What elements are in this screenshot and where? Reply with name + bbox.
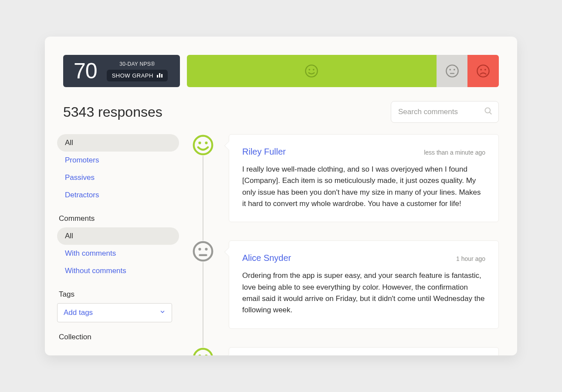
svg-point-16 [198, 248, 201, 250]
sentiment-distribution-bar [187, 55, 499, 87]
svg-point-9 [484, 69, 486, 71]
detractors-segment[interactable] [467, 55, 499, 87]
frown-face-icon [476, 64, 490, 78]
tags-select[interactable]: Add tags [57, 303, 172, 322]
tags-filter-group: Tags Add tags [57, 290, 179, 322]
filter-segment-passives[interactable]: Passives [57, 169, 179, 186]
svg-point-12 [194, 136, 213, 155]
bar-chart-icon [157, 73, 163, 78]
sentiment-badge-passive [192, 240, 214, 262]
comment-card[interactable]: Luke Jordan 1 hour ago [229, 347, 499, 355]
subheader-row: 5343 responses [45, 87, 517, 123]
comment-body: Ordering from the app is super easy, and… [242, 270, 485, 316]
filter-segment-detractors[interactable]: Detractors [57, 186, 179, 204]
nps-label: 30-DAY NPS® [107, 61, 168, 67]
comment-time: 1 hour ago [456, 255, 485, 262]
comment-card[interactable]: Riley Fuller less than a minute ago I re… [229, 134, 499, 222]
svg-point-5 [454, 69, 455, 71]
svg-point-4 [449, 69, 451, 71]
tags-select-placeholder: Add tags [64, 308, 93, 317]
svg-point-1 [309, 69, 311, 71]
promoters-segment[interactable] [187, 55, 437, 87]
filter-comments-with[interactable]: With comments [57, 245, 179, 262]
smile-face-icon [192, 134, 214, 156]
dashboard-card: 70 30-DAY NPS® SHOW GRAPH 5343 responses [45, 37, 517, 355]
responses-count: 5343 responses [63, 104, 163, 120]
comments-feed: Riley Fuller less than a minute ago I re… [188, 134, 499, 355]
svg-point-17 [205, 248, 207, 250]
svg-point-21 [205, 355, 207, 355]
collection-filter-group: Collection [57, 333, 179, 346]
segment-filter-group: All Promoters Passives Detractors [57, 134, 179, 204]
filter-comments-all[interactable]: All [57, 227, 179, 245]
filter-comments-without[interactable]: Without comments [57, 262, 179, 280]
feed-item: Luke Jordan 1 hour ago [188, 347, 499, 355]
commenter-name: Riley Fuller [242, 147, 286, 157]
svg-point-0 [306, 65, 318, 77]
chevron-down-icon [159, 308, 166, 317]
neutral-face-icon [445, 64, 459, 78]
sentiment-badge-promoter [192, 347, 214, 355]
comment-card[interactable]: Alice Snyder 1 hour ago Ordering from th… [229, 240, 499, 328]
filter-segment-all[interactable]: All [57, 134, 179, 152]
search-input[interactable] [391, 101, 499, 123]
filters-sidebar: All Promoters Passives Detractors Commen… [57, 134, 179, 355]
smile-face-icon [305, 64, 318, 78]
passives-segment[interactable] [437, 55, 468, 87]
comment-time: less than a minute ago [424, 149, 485, 156]
svg-point-3 [446, 65, 458, 77]
svg-point-15 [194, 242, 213, 261]
comments-filter-group: Comments All With comments Without comme… [57, 214, 179, 280]
comments-filter-title: Comments [57, 214, 179, 227]
show-graph-label: SHOW GRAPH [112, 72, 153, 79]
nps-score-box: 70 30-DAY NPS® SHOW GRAPH [63, 55, 180, 87]
svg-point-8 [481, 69, 482, 71]
svg-point-7 [477, 65, 489, 77]
sentiment-badge-promoter [192, 134, 214, 156]
nps-score-value: 70 [74, 58, 97, 84]
body-row: All Promoters Passives Detractors Commen… [45, 123, 517, 355]
tags-filter-title: Tags [57, 290, 179, 303]
svg-point-14 [205, 142, 207, 144]
neutral-face-icon [192, 240, 214, 262]
commenter-name: Alice Snyder [242, 253, 291, 263]
header-row: 70 30-DAY NPS® SHOW GRAPH [45, 37, 517, 87]
svg-point-2 [313, 69, 315, 71]
smile-face-icon [192, 347, 214, 355]
svg-line-11 [490, 112, 491, 114]
collection-filter-title: Collection [57, 333, 179, 346]
feed-item: Riley Fuller less than a minute ago I re… [188, 134, 499, 222]
svg-point-19 [194, 349, 213, 356]
filter-segment-promoters[interactable]: Promoters [57, 152, 179, 169]
svg-point-20 [198, 355, 201, 355]
feed-item: Alice Snyder 1 hour ago Ordering from th… [188, 240, 499, 328]
show-graph-button[interactable]: SHOW GRAPH [107, 70, 168, 81]
comment-body: I really love well-made clothing, and so… [242, 164, 485, 210]
search-icon [484, 107, 493, 117]
search-wrap [391, 101, 499, 123]
svg-point-13 [198, 142, 201, 144]
